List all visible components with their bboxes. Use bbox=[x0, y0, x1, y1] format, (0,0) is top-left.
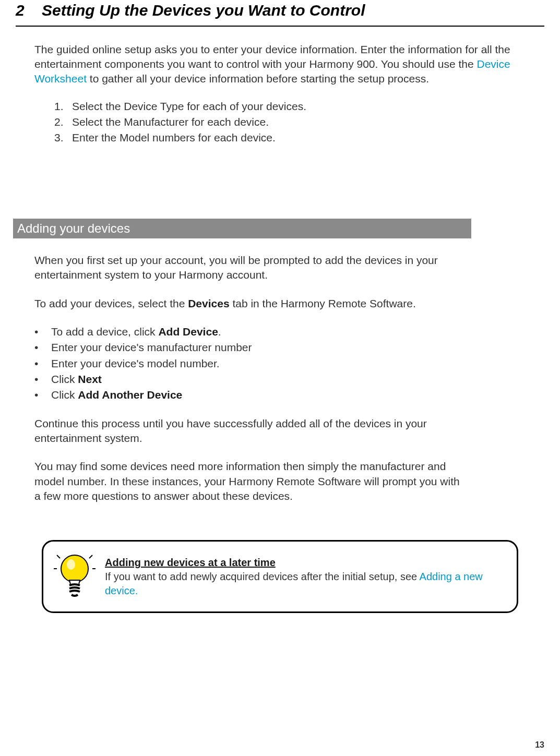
list-item: • Click Next bbox=[34, 372, 466, 387]
bullet-icon: • bbox=[34, 388, 51, 402]
list-item: • Click Add Another Device bbox=[34, 388, 466, 402]
svg-line-3 bbox=[57, 555, 60, 558]
lightbulb-icon bbox=[54, 553, 96, 600]
step-text: Enter the Model numbers for each device. bbox=[72, 130, 276, 145]
bullet-icon: • bbox=[34, 372, 51, 387]
section-header: 2 Setting Up the Devices you Want to Con… bbox=[16, 0, 544, 27]
tip-title: Adding new devices at a later time bbox=[105, 557, 276, 568]
sub-paragraph-3: Continue this process until you have suc… bbox=[34, 416, 466, 446]
bullet-pre: To add a device, click bbox=[51, 326, 158, 338]
intro-text-1: The guided online setup asks you to ente… bbox=[34, 43, 510, 70]
p2-text-a: To add your devices, select the bbox=[34, 297, 188, 309]
tip-body-pre: If you want to add newly acquired device… bbox=[105, 571, 420, 582]
bullet-icon: • bbox=[34, 325, 51, 339]
svg-line-4 bbox=[89, 555, 92, 558]
list-item: • To add a device, click Add Device. bbox=[34, 325, 466, 339]
bullet-icon: • bbox=[34, 356, 51, 371]
section-number: 2 bbox=[16, 0, 42, 21]
bullet-pre: Enter your device's model number. bbox=[51, 357, 220, 369]
bullet-list: • To add a device, click Add Device. • E… bbox=[34, 325, 466, 403]
bullet-icon: • bbox=[34, 340, 51, 355]
intro-text-2: to gather all your device information be… bbox=[87, 73, 429, 85]
list-item: 1. Select the Device Type for each of yo… bbox=[54, 99, 534, 114]
numbered-steps: 1. Select the Device Type for each of yo… bbox=[54, 99, 534, 146]
tip-box: Adding new devices at a later time If yo… bbox=[42, 540, 518, 613]
list-item: 3. Enter the Model numbers for each devi… bbox=[54, 130, 534, 145]
list-item: • Enter your device's model number. bbox=[34, 356, 466, 371]
sub-paragraph-4: You may find some devices need more info… bbox=[34, 459, 466, 503]
step-number: 1. bbox=[54, 99, 72, 114]
bullet-bold: Next bbox=[78, 373, 102, 385]
bullet-pre: Click bbox=[51, 373, 78, 385]
subheading-adding-devices: Adding your devices bbox=[13, 219, 471, 238]
step-text: Select the Manufacturer for each device. bbox=[72, 115, 269, 129]
svg-point-0 bbox=[61, 555, 88, 582]
list-item: • Enter your device's manufacturer numbe… bbox=[34, 340, 466, 355]
sub-paragraph-2: To add your devices, select the Devices … bbox=[34, 296, 466, 311]
p2-text-b: tab in the Harmony Remote Software. bbox=[230, 297, 416, 309]
sub-paragraph-1: When you first set up your account, you … bbox=[34, 253, 466, 283]
step-text: Select the Device Type for each of your … bbox=[72, 99, 306, 114]
svg-point-1 bbox=[67, 559, 75, 570]
bullet-pre: Enter your device's manufacturer number bbox=[51, 341, 252, 353]
bullet-bold: Add Another Device bbox=[78, 389, 182, 401]
bullet-pre: Click bbox=[51, 389, 78, 401]
section-title: Setting Up the Devices you Want to Contr… bbox=[42, 0, 544, 21]
p2-bold: Devices bbox=[188, 297, 229, 309]
tip-text: Adding new devices at a later time If yo… bbox=[105, 556, 504, 598]
step-number: 2. bbox=[54, 115, 72, 129]
page-number: 13 bbox=[535, 739, 544, 751]
bullet-bold: Add Device bbox=[158, 326, 218, 338]
step-number: 3. bbox=[54, 130, 72, 145]
list-item: 2. Select the Manufacturer for each devi… bbox=[54, 115, 534, 129]
intro-paragraph: The guided online setup asks you to ente… bbox=[34, 42, 534, 87]
bullet-post: . bbox=[218, 326, 221, 338]
